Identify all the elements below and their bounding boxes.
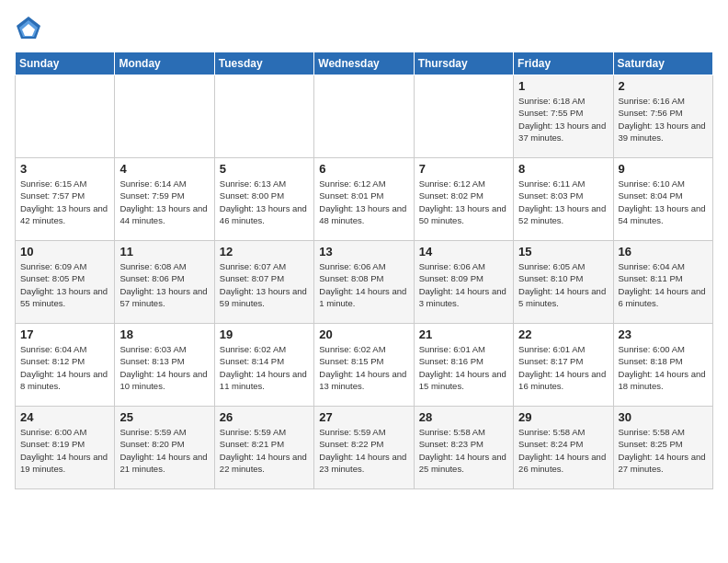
day-info: Sunrise: 5:59 AM Sunset: 8:22 PM Dayligh… <box>319 426 408 475</box>
header-day: Saturday <box>613 52 712 75</box>
day-number: 18 <box>119 327 209 341</box>
day-info: Sunrise: 6:14 AM Sunset: 7:59 PM Dayligh… <box>119 178 209 226</box>
day-number: 3 <box>20 162 109 176</box>
day-info: Sunrise: 6:02 AM Sunset: 8:15 PM Dayligh… <box>319 343 408 392</box>
day-number: 20 <box>319 327 408 341</box>
day-number: 10 <box>20 245 109 259</box>
calendar-cell: 1Sunrise: 6:18 AM Sunset: 7:55 PM Daylig… <box>514 75 613 158</box>
logo-icon <box>15 15 42 42</box>
calendar-cell: 29Sunrise: 5:58 AM Sunset: 8:24 PM Dayli… <box>514 407 613 489</box>
day-info: Sunrise: 6:04 AM Sunset: 8:11 PM Dayligh… <box>619 260 708 309</box>
header-day: Thursday <box>414 52 513 75</box>
day-number: 24 <box>20 410 109 424</box>
calendar-cell: 13Sunrise: 6:06 AM Sunset: 8:08 PM Dayli… <box>314 241 414 324</box>
header-day: Sunday <box>16 52 115 75</box>
day-info: Sunrise: 6:15 AM Sunset: 7:57 PM Dayligh… <box>20 178 109 226</box>
calendar-cell: 21Sunrise: 6:01 AM Sunset: 8:16 PM Dayli… <box>414 324 513 407</box>
calendar-cell: 8Sunrise: 6:11 AM Sunset: 8:03 PM Daylig… <box>514 158 613 241</box>
day-info: Sunrise: 6:04 AM Sunset: 8:12 PM Dayligh… <box>20 343 109 392</box>
day-number: 19 <box>220 327 309 341</box>
day-info: Sunrise: 6:08 AM Sunset: 8:06 PM Dayligh… <box>119 260 209 309</box>
day-number: 25 <box>119 410 209 424</box>
calendar-cell: 10Sunrise: 6:09 AM Sunset: 8:05 PM Dayli… <box>16 241 115 324</box>
day-number: 11 <box>119 245 209 259</box>
day-number: 2 <box>619 79 708 93</box>
day-number: 28 <box>419 410 508 424</box>
calendar-cell: 25Sunrise: 5:59 AM Sunset: 8:20 PM Dayli… <box>115 407 214 489</box>
calendar-week-row: 10Sunrise: 6:09 AM Sunset: 8:05 PM Dayli… <box>16 241 713 324</box>
header-row: SundayMondayTuesdayWednesdayThursdayFrid… <box>16 52 713 75</box>
day-number: 7 <box>419 162 508 176</box>
calendar-cell: 30Sunrise: 5:58 AM Sunset: 8:25 PM Dayli… <box>613 407 712 489</box>
day-info: Sunrise: 6:03 AM Sunset: 8:13 PM Dayligh… <box>119 343 209 392</box>
calendar-week-row: 17Sunrise: 6:04 AM Sunset: 8:12 PM Dayli… <box>16 324 713 407</box>
day-info: Sunrise: 6:01 AM Sunset: 8:17 PM Dayligh… <box>518 343 608 392</box>
calendar-cell <box>414 75 513 158</box>
day-info: Sunrise: 6:12 AM Sunset: 8:02 PM Dayligh… <box>419 178 508 226</box>
header <box>15 15 713 42</box>
day-info: Sunrise: 6:06 AM Sunset: 8:08 PM Dayligh… <box>319 260 408 309</box>
calendar-cell: 17Sunrise: 6:04 AM Sunset: 8:12 PM Dayli… <box>16 324 115 407</box>
day-info: Sunrise: 5:58 AM Sunset: 8:23 PM Dayligh… <box>419 426 508 475</box>
calendar-cell: 4Sunrise: 6:14 AM Sunset: 7:59 PM Daylig… <box>115 158 214 241</box>
day-number: 4 <box>119 162 209 176</box>
day-number: 14 <box>419 245 508 259</box>
calendar-cell <box>115 75 214 158</box>
calendar-cell: 28Sunrise: 5:58 AM Sunset: 8:23 PM Dayli… <box>414 407 513 489</box>
calendar-cell: 7Sunrise: 6:12 AM Sunset: 8:02 PM Daylig… <box>414 158 513 241</box>
day-number: 26 <box>220 410 309 424</box>
calendar-week-row: 1Sunrise: 6:18 AM Sunset: 7:55 PM Daylig… <box>16 75 713 158</box>
day-info: Sunrise: 6:09 AM Sunset: 8:05 PM Dayligh… <box>20 260 109 309</box>
header-day: Monday <box>115 52 214 75</box>
calendar-cell: 26Sunrise: 5:59 AM Sunset: 8:21 PM Dayli… <box>214 407 313 489</box>
day-number: 8 <box>518 162 608 176</box>
day-number: 9 <box>619 162 708 176</box>
day-number: 17 <box>20 327 109 341</box>
calendar-cell: 16Sunrise: 6:04 AM Sunset: 8:11 PM Dayli… <box>613 241 712 324</box>
calendar-cell: 27Sunrise: 5:59 AM Sunset: 8:22 PM Dayli… <box>314 407 414 489</box>
day-info: Sunrise: 6:10 AM Sunset: 8:04 PM Dayligh… <box>619 178 708 226</box>
day-info: Sunrise: 6:07 AM Sunset: 8:07 PM Dayligh… <box>220 260 309 309</box>
day-number: 21 <box>419 327 508 341</box>
calendar-week-row: 24Sunrise: 6:00 AM Sunset: 8:19 PM Dayli… <box>16 407 713 489</box>
calendar-cell <box>314 75 414 158</box>
calendar-week-row: 3Sunrise: 6:15 AM Sunset: 7:57 PM Daylig… <box>16 158 713 241</box>
day-number: 15 <box>518 245 608 259</box>
calendar-header: SundayMondayTuesdayWednesdayThursdayFrid… <box>16 52 713 75</box>
day-info: Sunrise: 6:00 AM Sunset: 8:18 PM Dayligh… <box>619 343 708 392</box>
day-number: 23 <box>619 327 708 341</box>
calendar-cell: 22Sunrise: 6:01 AM Sunset: 8:17 PM Dayli… <box>514 324 613 407</box>
day-info: Sunrise: 5:58 AM Sunset: 8:24 PM Dayligh… <box>518 426 608 475</box>
calendar-body: 1Sunrise: 6:18 AM Sunset: 7:55 PM Daylig… <box>16 75 713 489</box>
calendar-cell: 5Sunrise: 6:13 AM Sunset: 8:00 PM Daylig… <box>214 158 313 241</box>
day-number: 29 <box>518 410 608 424</box>
day-number: 12 <box>220 245 309 259</box>
calendar-cell: 3Sunrise: 6:15 AM Sunset: 7:57 PM Daylig… <box>16 158 115 241</box>
day-number: 13 <box>319 245 408 259</box>
day-number: 16 <box>619 245 708 259</box>
calendar-cell: 18Sunrise: 6:03 AM Sunset: 8:13 PM Dayli… <box>115 324 214 407</box>
logo <box>15 15 46 42</box>
header-day: Tuesday <box>214 52 313 75</box>
day-info: Sunrise: 6:18 AM Sunset: 7:55 PM Dayligh… <box>518 95 608 144</box>
calendar-cell: 6Sunrise: 6:12 AM Sunset: 8:01 PM Daylig… <box>314 158 414 241</box>
day-info: Sunrise: 6:11 AM Sunset: 8:03 PM Dayligh… <box>518 178 608 226</box>
calendar-cell: 24Sunrise: 6:00 AM Sunset: 8:19 PM Dayli… <box>16 407 115 489</box>
calendar-cell <box>16 75 115 158</box>
calendar-cell: 20Sunrise: 6:02 AM Sunset: 8:15 PM Dayli… <box>314 324 414 407</box>
day-info: Sunrise: 6:01 AM Sunset: 8:16 PM Dayligh… <box>419 343 508 392</box>
day-info: Sunrise: 5:59 AM Sunset: 8:21 PM Dayligh… <box>220 426 309 475</box>
day-number: 6 <box>319 162 408 176</box>
calendar-cell: 15Sunrise: 6:05 AM Sunset: 8:10 PM Dayli… <box>514 241 613 324</box>
day-number: 1 <box>518 79 608 93</box>
day-info: Sunrise: 6:05 AM Sunset: 8:10 PM Dayligh… <box>518 260 608 309</box>
calendar-cell <box>214 75 313 158</box>
calendar-cell: 2Sunrise: 6:16 AM Sunset: 7:56 PM Daylig… <box>613 75 712 158</box>
day-number: 30 <box>619 410 708 424</box>
calendar-cell: 9Sunrise: 6:10 AM Sunset: 8:04 PM Daylig… <box>613 158 712 241</box>
day-number: 5 <box>220 162 309 176</box>
day-info: Sunrise: 5:59 AM Sunset: 8:20 PM Dayligh… <box>119 426 209 475</box>
day-number: 22 <box>518 327 608 341</box>
day-info: Sunrise: 6:00 AM Sunset: 8:19 PM Dayligh… <box>20 426 109 475</box>
header-day: Wednesday <box>314 52 414 75</box>
